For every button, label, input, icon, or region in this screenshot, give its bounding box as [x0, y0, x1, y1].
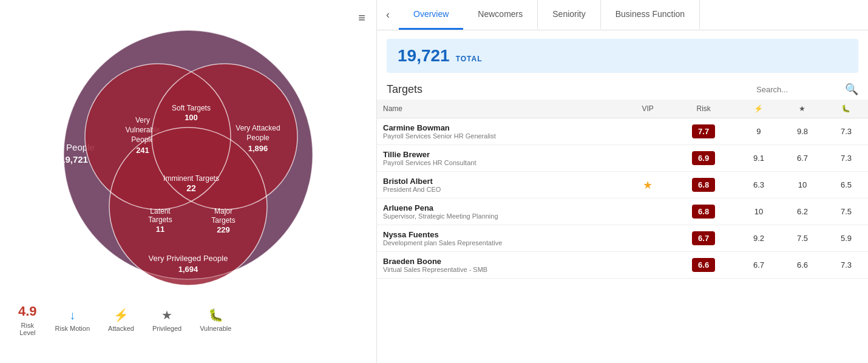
- cell-bolt: 9: [737, 118, 781, 145]
- cell-star: 6.7: [781, 145, 824, 172]
- svg-text:22: 22: [186, 183, 196, 193]
- cell-bug: 5.9: [824, 225, 868, 252]
- risk-level-stat: 4.9 RiskLevel: [18, 304, 37, 336]
- svg-text:People: People: [246, 134, 270, 142]
- svg-text:1,694: 1,694: [178, 265, 198, 274]
- col-vip: VIP: [625, 100, 670, 118]
- vulnerable-icon: 🐛: [208, 308, 223, 322]
- cell-star: 6.6: [781, 252, 824, 279]
- cell-bolt: 6.3: [737, 172, 781, 198]
- risk-level-value: 4.9: [18, 304, 37, 319]
- left-panel: ≡ All People 19,721 Very Privileged Peop…: [0, 0, 376, 363]
- person-name: Nyssa Fuentes: [383, 230, 619, 239]
- person-title: Supervisor, Strategic Meeting Planning: [383, 212, 619, 220]
- svg-text:Targets: Targets: [148, 215, 172, 224]
- cell-person: Braeden Boone Virtual Sales Representati…: [377, 252, 625, 279]
- vulnerable-stat: 🐛 Vulnerable: [200, 308, 231, 332]
- svg-text:Very: Very: [135, 116, 150, 124]
- col-star: ★: [781, 100, 824, 118]
- risk-motion-stat: ↓ Risk Motion: [55, 308, 90, 332]
- person-name: Arluene Pena: [383, 203, 619, 212]
- cell-bug: 7.5: [824, 198, 868, 225]
- cell-risk: 6.9: [670, 145, 737, 172]
- cell-person: Arluene Pena Supervisor, Strategic Meeti…: [377, 198, 625, 225]
- cell-risk: 7.7: [670, 118, 737, 145]
- table-row[interactable]: Bristol Albert President And CEO ★ 6.8 6…: [377, 172, 868, 198]
- person-title: President And CEO: [383, 186, 619, 193]
- total-box: 19,721 TOTAL: [387, 39, 858, 73]
- table-row[interactable]: Braeden Boone Virtual Sales Representati…: [377, 252, 868, 279]
- cell-bolt: 9.2: [737, 225, 781, 252]
- privileged-stat: ★ Privileged: [152, 308, 181, 332]
- attacked-label: Attacked: [108, 325, 134, 332]
- cell-bug: 7.3: [824, 252, 868, 279]
- person-title: Payroll Services HR Consultant: [383, 159, 619, 166]
- menu-icon[interactable]: ≡: [358, 11, 365, 25]
- col-name: Name: [377, 100, 625, 118]
- tab-seniority[interactable]: Seniority: [538, 0, 600, 30]
- total-label: TOTAL: [456, 55, 483, 63]
- risk-badge: 7.7: [692, 124, 715, 138]
- svg-text:Major: Major: [214, 207, 232, 215]
- tab-newcomers[interactable]: Newcomers: [463, 0, 538, 30]
- cell-bolt: 6.7: [737, 252, 781, 279]
- privileged-icon: ★: [161, 308, 172, 322]
- attacked-stat: ⚡ Attacked: [108, 308, 134, 332]
- cell-vip: [625, 225, 670, 252]
- cell-star: 6.2: [781, 198, 824, 225]
- cell-vip: ★: [625, 172, 670, 198]
- svg-text:100: 100: [185, 113, 198, 122]
- cell-risk: 6.8: [670, 172, 737, 198]
- risk-motion-icon: ↓: [69, 308, 75, 322]
- risk-motion-label: Risk Motion: [55, 325, 90, 332]
- cell-star: 9.8: [781, 118, 824, 145]
- table-header-row: Name VIP Risk ⚡ ★ 🐛: [377, 100, 868, 118]
- table-row[interactable]: Arluene Pena Supervisor, Strategic Meeti…: [377, 198, 868, 225]
- cell-star: 10: [781, 172, 824, 198]
- table-row[interactable]: Tillie Brewer Payroll Services HR Consul…: [377, 145, 868, 172]
- table-row[interactable]: Carmine Bowman Payroll Services Senior H…: [377, 118, 868, 145]
- tabs-bar: ‹ Overview Newcomers Seniority Business …: [377, 0, 868, 30]
- targets-table-wrapper: Name VIP Risk ⚡ ★ 🐛 Carmine Bowman Payro…: [377, 100, 868, 363]
- cell-bolt: 9.1: [737, 145, 781, 172]
- cell-vip: [625, 118, 670, 145]
- targets-title: Targets: [387, 83, 422, 96]
- risk-badge: 6.7: [692, 231, 715, 245]
- risk-badge: 6.8: [692, 205, 715, 219]
- cell-risk: 6.8: [670, 198, 737, 225]
- person-title: Development plan Sales Representative: [383, 239, 619, 246]
- cell-person: Tillie Brewer Payroll Services HR Consul…: [377, 145, 625, 172]
- search-area[interactable]: 🔍: [756, 83, 858, 96]
- person-name: Braeden Boone: [383, 257, 619, 266]
- cell-person: Bristol Albert President And CEO: [377, 172, 625, 198]
- cell-bug: 7.3: [824, 145, 868, 172]
- bottom-stats: 4.9 RiskLevel ↓ Risk Motion ⚡ Attacked ★…: [0, 297, 376, 342]
- cell-risk: 6.7: [670, 225, 737, 252]
- table-row[interactable]: Nyssa Fuentes Development plan Sales Rep…: [377, 225, 868, 252]
- search-input[interactable]: [756, 85, 841, 94]
- person-title: Payroll Services Senior HR Generalist: [383, 132, 619, 140]
- privileged-label: Privileged: [152, 325, 181, 332]
- search-icon[interactable]: 🔍: [845, 83, 858, 96]
- svg-text:Soft Targets: Soft Targets: [172, 104, 211, 112]
- attacked-icon: ⚡: [114, 308, 129, 322]
- risk-badge: 6.6: [692, 258, 715, 272]
- svg-text:Latent: Latent: [150, 207, 171, 215]
- person-name: Carmine Bowman: [383, 123, 619, 132]
- targets-table: Name VIP Risk ⚡ ★ 🐛 Carmine Bowman Payro…: [377, 100, 868, 279]
- risk-level-label: RiskLevel: [19, 322, 35, 336]
- tab-overview[interactable]: Overview: [399, 0, 463, 30]
- person-name: Bristol Albert: [383, 177, 619, 186]
- svg-text:Targets: Targets: [211, 216, 235, 225]
- total-number: 19,721: [398, 46, 450, 66]
- cell-person: Carmine Bowman Payroll Services Senior H…: [377, 118, 625, 145]
- venn-diagram: All People 19,721 Very Privileged People…: [30, 18, 346, 297]
- svg-text:Imminent Targets: Imminent Targets: [163, 174, 219, 183]
- back-button[interactable]: ‹: [377, 0, 399, 30]
- svg-text:11: 11: [156, 225, 164, 234]
- tab-business-function[interactable]: Business Function: [601, 0, 700, 30]
- svg-text:1,896: 1,896: [248, 144, 268, 153]
- svg-text:229: 229: [217, 225, 230, 234]
- vulnerable-label: Vulnerable: [200, 325, 231, 332]
- col-risk: Risk: [670, 100, 737, 118]
